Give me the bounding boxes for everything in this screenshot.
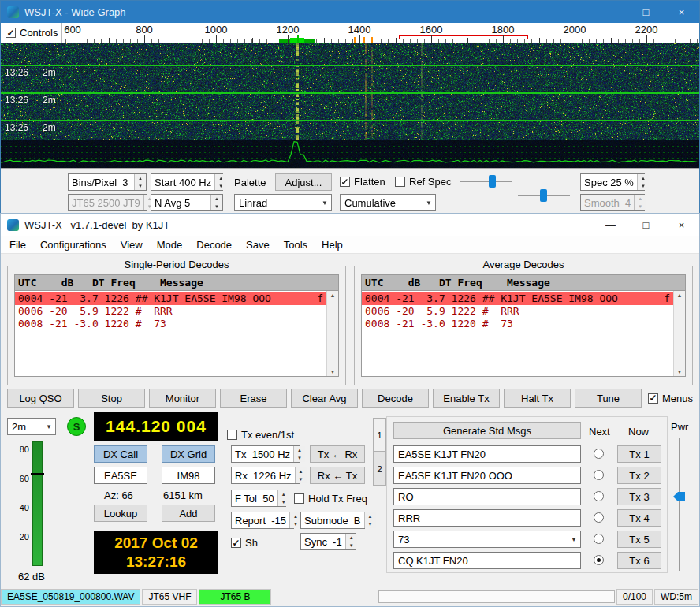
menu-save[interactable]: Save xyxy=(239,236,277,254)
tx-even-checkbox[interactable] xyxy=(227,430,237,440)
main-titlebar[interactable]: WSJT-X v1.7.1-devel by K1JT — □ × xyxy=(1,214,699,236)
average-decode-rows[interactable]: 0004 -21 3.7 1226 ## K1JT EA5SE IM98 OOO… xyxy=(362,291,673,376)
monitor-button[interactable]: Monitor xyxy=(149,389,216,408)
menus-checkbox[interactable] xyxy=(648,393,658,404)
scroll-up-icon[interactable]: ▲ xyxy=(330,292,336,298)
decode-row[interactable]: 0008 -21 -3.0 1220 # 73 xyxy=(362,318,673,330)
spinner-arrows-icon[interactable]: ▲▼ xyxy=(295,467,307,483)
spinner-arrows-icon[interactable]: ▲▼ xyxy=(637,174,649,190)
tab-2[interactable]: 2 xyxy=(373,452,386,486)
sh-checkbox[interactable] xyxy=(231,538,241,548)
spinner-arrows-icon[interactable]: ▲▼ xyxy=(293,446,305,462)
minimize-button[interactable]: — xyxy=(593,1,628,23)
tx-even-toggle[interactable]: Tx even/1st xyxy=(227,429,294,441)
tx-3-now-button[interactable]: Tx 3 xyxy=(617,488,661,505)
waterfall-gain-slider[interactable] xyxy=(460,174,512,188)
decode-scrollbar[interactable]: ▲▼ xyxy=(326,291,338,376)
tune-button[interactable]: Tune xyxy=(575,389,642,408)
bins-pixel-spinner[interactable]: Bins/Pixel 3 ▲▼ xyxy=(68,173,147,191)
close-button[interactable]: × xyxy=(664,214,699,236)
hold-tx-freq-toggle[interactable]: Hold Tx Freq xyxy=(294,493,367,505)
spec-percent-spinner[interactable]: Spec 25 % ▲▼ xyxy=(580,173,645,191)
tx-5-now-button[interactable]: Tx 5 xyxy=(617,531,661,548)
spinner-arrows-icon[interactable]: ▲▼ xyxy=(345,534,357,549)
menu-mode[interactable]: Mode xyxy=(150,236,190,254)
jt65-jt9-split-spinner[interactable]: JT65 2500 JT9 ▲▼ xyxy=(68,194,147,211)
menu-decode[interactable]: Decode xyxy=(189,236,239,254)
log-qso-button[interactable]: Log QSO xyxy=(7,389,74,408)
stop-button[interactable]: Stop xyxy=(78,389,145,408)
tx-4-next-radio[interactable] xyxy=(594,512,604,523)
enable-tx-button[interactable]: Enable Tx xyxy=(433,389,500,408)
tx-message-4-field[interactable]: RRR xyxy=(393,509,581,527)
submode-spinner[interactable]: Submode B ▲▼ xyxy=(300,512,365,529)
scroll-up-icon[interactable]: ▲ xyxy=(677,292,683,298)
decode-button[interactable]: Decode xyxy=(362,389,429,408)
report-spinner[interactable]: Report -15 ▲▼ xyxy=(231,512,294,529)
erase-button[interactable]: Erase xyxy=(220,389,287,408)
tx-from-rx-button[interactable]: Tx ← Rx xyxy=(310,445,365,463)
controls-checkbox[interactable] xyxy=(6,28,16,38)
band-selector[interactable]: 2m ▼ xyxy=(7,418,56,435)
tx-1-next-radio[interactable] xyxy=(594,449,604,459)
pwr-slider-handle[interactable] xyxy=(673,492,685,501)
palette-selector[interactable]: Linrad ▼ xyxy=(234,194,332,211)
maximize-button[interactable]: □ xyxy=(628,1,664,23)
tx-6-next-radio[interactable] xyxy=(594,555,604,565)
wide-graph-titlebar[interactable]: WSJT-X - Wide Graph — □ × xyxy=(1,1,699,23)
scroll-down-icon[interactable]: ▼ xyxy=(677,369,683,374)
tx-message-5-field[interactable]: 73▼ xyxy=(393,531,581,548)
rx-from-tx-button[interactable]: Rx ← Tx xyxy=(310,467,365,484)
tx-2-now-button[interactable]: Tx 2 xyxy=(617,467,661,484)
controls-toggle[interactable]: Controls xyxy=(1,23,62,43)
halt-tx-button[interactable]: Halt Tx xyxy=(504,389,571,408)
menu-configurations[interactable]: Configurations xyxy=(33,236,114,254)
tx-message-1-field[interactable]: EA5SE K1JT FN20 xyxy=(393,445,581,463)
tx-message-3-field[interactable]: RO xyxy=(393,488,581,505)
n-avg-spinner[interactable]: N Avg 5 ▲▼ xyxy=(151,194,223,211)
spinner-arrows-icon[interactable]: ▲▼ xyxy=(289,512,301,528)
ref-spec-checkbox[interactable] xyxy=(395,177,405,187)
single-period-decode-rows[interactable]: 0004 -21 3.7 1226 ## K1JT EA5SE IM98 OOO… xyxy=(15,291,326,376)
menu-view[interactable]: View xyxy=(114,236,150,254)
spinner-arrows-icon[interactable]: ▲▼ xyxy=(364,512,376,528)
clear-avg-button[interactable]: Clear Avg xyxy=(291,389,358,408)
tx-4-now-button[interactable]: Tx 4 xyxy=(617,509,661,527)
waterfall[interactable]: 13:262m13:262m13:262m xyxy=(1,43,699,168)
tx-freq-spinner[interactable]: Tx 1500 Hz ▲▼ xyxy=(231,445,300,463)
spectrum-mode-selector[interactable]: Cumulative ▼ xyxy=(340,194,436,211)
spinner-arrows-icon[interactable]: ▲▼ xyxy=(210,195,222,210)
hold-tx-freq-checkbox[interactable] xyxy=(294,493,304,504)
tx-3-next-radio[interactable] xyxy=(594,491,604,501)
tx-2-next-radio[interactable] xyxy=(594,470,604,480)
dx-call-button[interactable]: DX Call xyxy=(94,445,147,463)
dx-call-input[interactable]: EA5SE xyxy=(94,467,147,484)
tx-message-2-field[interactable]: EA5SE K1JT FN20 OOO xyxy=(393,467,581,484)
tab-1[interactable]: 1 xyxy=(373,418,386,452)
lookup-button[interactable]: Lookup xyxy=(94,505,147,522)
menu-tools[interactable]: Tools xyxy=(277,236,315,254)
maximize-button[interactable]: □ xyxy=(628,214,664,236)
flatten-checkbox[interactable] xyxy=(340,177,350,187)
sync-spinner[interactable]: Sync -1 ▲▼ xyxy=(300,533,356,550)
decode-scrollbar[interactable]: ▲▼ xyxy=(673,291,685,376)
dx-grid-input[interactable]: IM98 xyxy=(162,467,215,484)
dx-grid-button[interactable]: DX Grid xyxy=(162,445,215,463)
waterfall-canvas[interactable] xyxy=(1,43,699,168)
start-freq-spinner[interactable]: Start 400 Hz ▲▼ xyxy=(151,173,223,191)
decode-row[interactable]: 0006 -20 5.9 1222 # RRR xyxy=(15,305,326,318)
decode-row[interactable]: 0006 -20 5.9 1222 # RRR xyxy=(362,305,673,318)
menu-help[interactable]: Help xyxy=(315,236,350,254)
decode-row[interactable]: 0004 -21 3.7 1226 ## K1JT EA5SE IM98 OOO… xyxy=(15,292,326,305)
f-tol-spinner[interactable]: F Tol 50 ▲▼ xyxy=(231,490,286,507)
spinner-arrows-icon[interactable]: ▲▼ xyxy=(277,490,289,506)
close-button[interactable]: × xyxy=(664,1,699,23)
add-button[interactable]: Add xyxy=(162,505,215,522)
pwr-slider[interactable] xyxy=(673,438,686,571)
spinner-arrows-icon[interactable]: ▲▼ xyxy=(214,174,226,190)
tx-1-now-button[interactable]: Tx 1 xyxy=(617,445,661,463)
minimize-button[interactable]: — xyxy=(593,214,628,236)
menu-file[interactable]: File xyxy=(2,236,33,254)
decode-row[interactable]: 0004 -21 3.7 1226 ## K1JT EA5SE IM98 OOO… xyxy=(362,292,673,305)
decode-row[interactable]: 0008 -21 -3.0 1220 # 73 xyxy=(15,318,326,330)
